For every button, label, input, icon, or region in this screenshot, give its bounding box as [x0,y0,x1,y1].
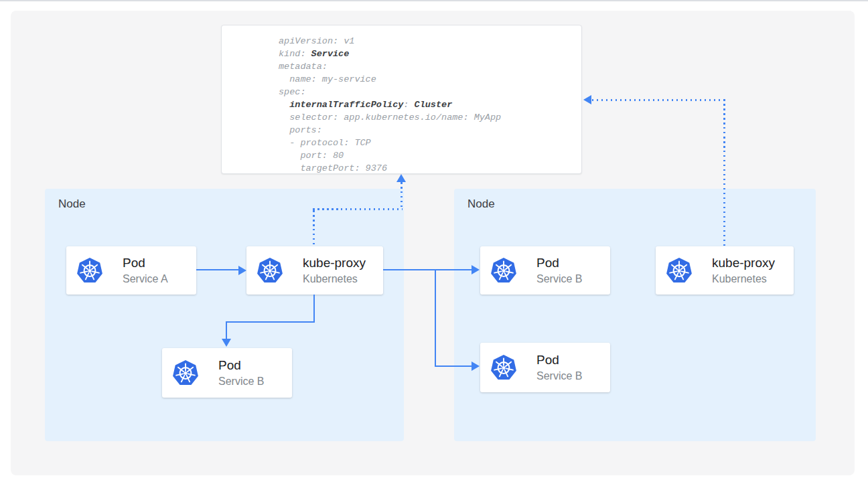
code-line: internalTrafficPolicy: Cluster [279,98,581,111]
code-line: port: 80 [279,149,581,162]
node-right: Node [454,189,816,441]
card-subtitle: Kubernetes [712,272,775,286]
kubernetes-icon [490,256,518,284]
code-segment: metadata: [279,62,328,72]
arrow-branch-vertical [435,269,436,366]
card-title: kube-proxy [712,255,775,271]
card-subtitle: Service B [536,369,582,383]
code-segment: - protocol: TCP [279,138,371,148]
top-divider [0,0,868,1]
code-segment [279,100,289,110]
card-title: kube-proxy [303,255,366,271]
kube-proxy-left-card: kube-proxy Kubernetes [246,246,383,295]
code-segment: selector: app.kubernetes.io/name: MyApp [279,112,501,123]
pod-service-a-card: Pod Service A [66,246,196,295]
code-segment: internalTrafficPolicy [289,100,403,110]
arrowhead-up-icon [396,174,406,182]
yaml-manifest-box: apiVersion: v1 kind: Service metadata: n… [221,25,582,174]
code-segment: spec: [279,87,306,97]
arrow-kubeproxy-to-pod-b-top-h [383,269,472,270]
kubernetes-icon [490,353,518,382]
card-subtitle: Kubernetes [303,272,366,286]
code-line: targetPort: 9376 [279,162,581,175]
arrow-kubeproxy-to-pod-b-left-v1 [313,295,315,323]
code-segment: kind: [279,49,311,59]
code-segment: Service [311,49,350,59]
diagram-stage: apiVersion: v1 kind: Service metadata: n… [0,0,868,488]
pod-service-b-left-card: Pod Service B [162,348,292,398]
card-subtitle: Service B [218,374,264,388]
card-title: Pod [123,255,168,271]
pod-service-b-right-bottom-card: Pod Service B [480,343,610,392]
arrow-pod-a-to-kubeproxy [196,269,239,270]
node-label: Node [58,197,86,211]
code-segment: port: 80 [279,151,344,161]
arrowhead-right-icon [238,266,246,275]
code-line: apiVersion: v1 [279,35,581,48]
arrowhead-right-icon [472,361,480,371]
code-line: name: my-service [279,73,581,86]
kubernetes-icon [665,256,693,284]
code-segment: name: my-service [279,74,376,84]
card-title: Pod [218,357,264,374]
yaml-code: apiVersion: v1 kind: Service metadata: n… [222,25,581,175]
arrowhead-right-icon [472,265,480,274]
code-line: kind: Service [279,48,581,60]
kubernetes-icon [256,256,284,284]
pod-service-b-right-top-card: Pod Service B [480,246,610,295]
arrowhead-left-icon [583,95,591,104]
dotted-left-kubeproxy-v [313,210,315,246]
card-title: Pod [536,255,582,271]
code-line: ports: [279,124,581,137]
code-segment: targetPort: 9376 [279,163,387,173]
kubernetes-icon [171,359,200,387]
code-line: metadata: [279,60,581,73]
dotted-right-kubeproxy-v [723,99,725,246]
code-line: selector: app.kubernetes.io/name: MyApp [279,111,581,124]
code-line: - protocol: TCP [279,137,581,149]
node-left: Node [45,189,404,441]
dotted-right-kubeproxy-h [592,99,725,101]
arrowhead-down-icon [222,339,231,347]
kubernetes-icon [76,256,104,284]
dotted-left-kubeproxy-v2 [401,182,403,210]
card-subtitle: Service B [536,272,582,286]
code-segment: : [403,100,414,110]
code-line: spec: [279,86,581,98]
dotted-left-kubeproxy-h [313,208,403,210]
kube-proxy-right-card: kube-proxy Kubernetes [656,246,794,295]
code-segment: ports: [279,125,322,135]
arrow-kubeproxy-to-pod-b-left-h [226,321,315,323]
code-segment: Cluster [415,100,453,110]
card-subtitle: Service A [123,272,168,286]
code-segment: apiVersion: v1 [279,36,354,46]
arrow-kubeproxy-to-pod-b-left-v2 [226,321,227,340]
arrow-branch-to-pod-b-bottom-h [435,365,472,367]
card-title: Pod [536,352,582,368]
node-label: Node [467,197,495,211]
